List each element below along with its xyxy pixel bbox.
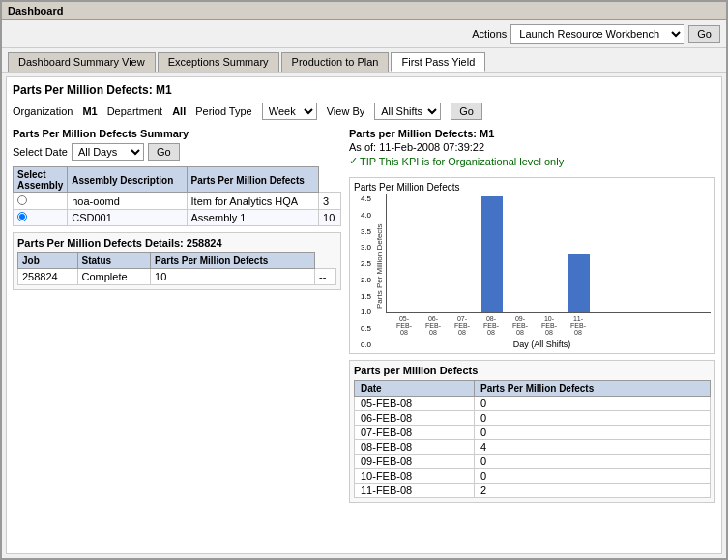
y-axis-label: Parts Per Million Defects <box>373 194 386 338</box>
bar-08 <box>481 196 503 312</box>
main-window: Dashboard Actions Launch Resource Workbe… <box>0 0 728 560</box>
date-label: Select Date <box>13 146 68 158</box>
period-label: Period Type <box>195 105 252 117</box>
actions-bar: Actions Launch Resource Workbench Go <box>2 20 726 48</box>
chart-container: Parts Per Million Defects 4.5 4.0 3.5 3.… <box>349 177 715 354</box>
assembly-desc-1: Item for Analytics HQA <box>187 193 318 210</box>
y-label-4.0: 4.0 <box>354 211 371 220</box>
y-label-3.5: 3.5 <box>354 227 371 236</box>
data-value: 0 <box>475 455 711 469</box>
detail-defects: 10 <box>151 269 315 285</box>
y-label-0.5: 0.5 <box>354 324 371 333</box>
assembly-id-1: hoa-oomd <box>68 193 187 210</box>
date-select[interactable]: All DaysTodayYesterday <box>72 143 144 161</box>
table-row: hoa-oomd Item for Analytics HQA 3 <box>14 193 341 210</box>
bars-container <box>386 194 711 313</box>
chart-section-title: Parts per Million Defects: M1 <box>349 128 715 139</box>
data-col-date: Date <box>355 381 475 397</box>
radio-cell-2[interactable] <box>14 210 68 226</box>
data-date: 10-FEB-08 <box>355 469 475 484</box>
filters-row: Organization M1 Department All Period Ty… <box>13 103 715 120</box>
kpi-tip: ✓ TIP This KPI is for Organizational lev… <box>349 155 715 167</box>
radio-1[interactable] <box>17 195 27 205</box>
tip-text: TIP This KPI is for Organizational level… <box>360 156 564 167</box>
as-of-value: 11-Feb-2008 07:39:22 <box>379 141 484 153</box>
period-select[interactable]: WeekMonthYear <box>262 103 317 120</box>
data-table-title: Parts per Million Defects <box>354 365 711 376</box>
actions-dropdown[interactable]: Launch Resource Workbench <box>510 24 684 44</box>
detail-extra: -- <box>314 269 335 285</box>
y-label-1.5: 1.5 <box>354 292 371 301</box>
content-area: Parts Per Million Defects: M1 Organizati… <box>6 76 722 554</box>
chart-title: Parts Per Million Defects <box>354 182 711 192</box>
title-bar: Dashboard <box>2 2 726 20</box>
dept-value: All <box>172 105 186 117</box>
data-date: 11-FEB-08 <box>355 484 475 498</box>
assembly-table: Select Assembly Assembly Description Par… <box>13 166 341 226</box>
org-value: M1 <box>82 105 97 117</box>
page-title: Parts Per Million Defects: M1 <box>13 83 715 97</box>
table-row: 11-FEB-082 <box>355 484 711 498</box>
table-row: 05-FEB-080 <box>355 397 711 411</box>
table-row: CSD001 Assembly 1 10 <box>14 210 341 226</box>
table-row: 09-FEB-080 <box>355 455 711 469</box>
tab-first-pass-yield[interactable]: First Pass Yield <box>391 52 485 72</box>
details-section: Parts Per Million Defects Details: 25882… <box>13 232 341 290</box>
tab-production-to-plan[interactable]: Production to Plan <box>281 52 390 72</box>
viewby-select[interactable]: All ShiftsShift 1Shift 2 <box>374 103 441 120</box>
col-description: Assembly Description <box>68 167 187 193</box>
bar-11 <box>568 254 590 312</box>
x-label-09: 09-FEB-08 <box>510 315 531 336</box>
tabs-bar: Dashboard Summary View Exceptions Summar… <box>2 48 726 73</box>
assembly-desc-2: Assembly 1 <box>187 210 318 226</box>
details-col-job: Job <box>18 253 78 269</box>
col-select: Select Assembly <box>14 167 68 193</box>
y-label-4.5: 4.5 <box>354 194 371 203</box>
window-title: Dashboard <box>8 5 63 16</box>
x-label-06: 06-FEB-08 <box>422 315 444 336</box>
radio-2[interactable] <box>17 212 27 221</box>
checkmark-icon: ✓ <box>349 155 358 167</box>
date-row: Select Date All DaysTodayYesterday Go <box>13 143 341 161</box>
chart-plot: Parts Per Million Defects <box>373 194 711 349</box>
assembly-id-2: CSD001 <box>68 210 187 226</box>
bar-fill-11 <box>568 254 590 312</box>
data-col-defects: Parts Per Million Defects <box>475 381 711 397</box>
y-label-2.5: 2.5 <box>354 259 371 268</box>
chart-wrapper: 4.5 4.0 3.5 3.0 2.5 2.0 1.5 1.0 0.5 0.0 <box>354 194 711 349</box>
data-date: 05-FEB-08 <box>355 397 475 411</box>
x-axis-labels: 05-FEB-08 06-FEB-08 07-FEB-08 08-FEB-08 … <box>386 313 711 338</box>
col-defects: Parts Per Million Defects <box>187 167 318 193</box>
as-of: As of: 11-Feb-2008 07:39:22 <box>349 141 715 153</box>
summary-title: Parts Per Million Defects Summary <box>13 128 341 139</box>
y-label-3.0: 3.0 <box>354 243 371 251</box>
assembly-defects-1: 3 <box>319 193 341 210</box>
data-table: Date Parts Per Million Defects 05-FEB-08… <box>354 380 711 498</box>
filters-go-button[interactable]: Go <box>451 103 482 120</box>
detail-status: Complete <box>77 269 150 285</box>
x-label-07: 07-FEB-08 <box>451 315 473 336</box>
y-label-1.0: 1.0 <box>354 308 371 316</box>
details-table: Job Status Parts Per Million Defects 258… <box>17 252 336 285</box>
data-date: 07-FEB-08 <box>355 426 475 440</box>
as-of-label: As of: <box>349 141 376 153</box>
x-label-10: 10-FEB-08 <box>539 315 560 336</box>
date-go-button[interactable]: Go <box>148 143 180 161</box>
radio-cell-1[interactable] <box>14 193 68 210</box>
table-row: 258824 Complete 10 -- <box>18 269 336 285</box>
right-panel: Parts per Million Defects: M1 As of: 11-… <box>349 128 715 547</box>
data-value: 0 <box>475 397 711 411</box>
left-panel: Parts Per Million Defects Summary Select… <box>13 128 341 547</box>
table-row: 07-FEB-080 <box>355 426 711 440</box>
data-value: 0 <box>475 469 711 484</box>
x-label-08: 08-FEB-08 <box>480 315 502 336</box>
tab-dashboard-summary[interactable]: Dashboard Summary View <box>8 52 156 72</box>
tab-exceptions-summary[interactable]: Exceptions Summary <box>158 52 279 72</box>
assembly-defects-2: 10 <box>319 210 341 226</box>
data-date: 09-FEB-08 <box>355 455 475 469</box>
table-row: 10-FEB-080 <box>355 469 711 484</box>
bar-fill-08 <box>481 196 503 312</box>
actions-go-button[interactable]: Go <box>688 25 720 43</box>
data-value: 4 <box>475 440 711 455</box>
y-label-0.0: 0.0 <box>354 340 371 349</box>
